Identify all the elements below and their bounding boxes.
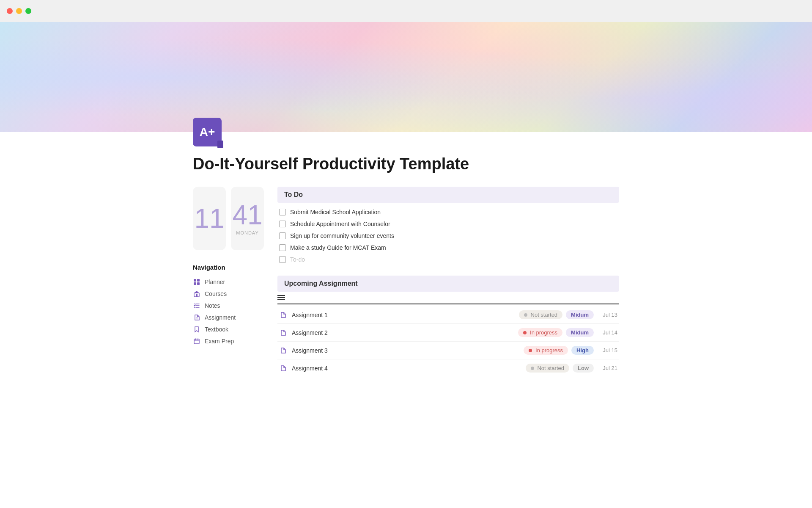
- assignment-file-icon-2: [279, 329, 288, 337]
- close-button[interactable]: [7, 8, 13, 14]
- hamburger-line-1: [277, 295, 285, 296]
- hero-banner: [0, 22, 812, 132]
- todo-text-3: Sign up for community volunteer events: [290, 232, 394, 239]
- assignment-name-4: Assignment 4: [292, 365, 526, 372]
- status-badge-2: In progress: [518, 328, 562, 337]
- page-icon: A+: [193, 118, 222, 146]
- filter-icon[interactable]: [277, 295, 285, 300]
- assignment-row-1[interactable]: Assignment 1 Not started Midum Jul 13: [277, 306, 619, 324]
- sidebar-item-assignment[interactable]: Assignment: [193, 312, 261, 323]
- svg-rect-3: [197, 282, 200, 285]
- priority-badge-4: Low: [573, 364, 594, 373]
- body-layout: 11 41 MONDAY Navigation: [193, 187, 619, 377]
- status-dot-1: [524, 313, 527, 317]
- due-date-1: Jul 13: [597, 312, 617, 318]
- todo-item-1[interactable]: Submit Medical School Application: [277, 206, 619, 218]
- hamburger-line-3: [277, 299, 285, 300]
- svg-rect-1: [197, 279, 200, 282]
- clock-area: 11 41 MONDAY: [193, 187, 264, 250]
- todo-list: Submit Medical School Application Schedu…: [277, 206, 619, 265]
- nav-label-assignment: Assignment: [205, 314, 236, 321]
- status-badge-4: Not started: [526, 364, 569, 373]
- nav-label-courses: Courses: [205, 290, 227, 297]
- grid-icon: [193, 278, 200, 286]
- todo-text-2: Schedule Appointment with Counselor: [290, 221, 390, 227]
- sidebar-item-planner[interactable]: Planner: [193, 276, 261, 288]
- todo-text-5: To-do: [290, 256, 305, 263]
- due-date-4: Jul 21: [597, 365, 617, 371]
- todo-text-1: Submit Medical School Application: [290, 209, 381, 215]
- assignment-file-icon-1: [279, 311, 288, 319]
- todo-text-4: Make a study Guide for MCAT Exam: [290, 244, 386, 251]
- hamburger-line-2: [277, 297, 285, 298]
- nav-label-exam-prep: Exam Prep: [205, 338, 234, 345]
- upcoming-section: Upcoming Assignment: [277, 276, 619, 377]
- maximize-button[interactable]: [25, 8, 31, 14]
- clock-day-label: MONDAY: [236, 230, 258, 235]
- priority-badge-3: High: [571, 346, 594, 355]
- priority-badge-2: Midum: [566, 328, 594, 337]
- todo-section: To Do Submit Medical School Application …: [277, 187, 619, 265]
- sidebar-item-courses[interactable]: Courses: [193, 288, 261, 300]
- table-controls: [277, 292, 619, 304]
- nav-label-planner: Planner: [205, 279, 225, 285]
- clock-minute-widget: 41 MONDAY: [231, 187, 264, 250]
- assignment-badges-3: In progress High Jul 15: [524, 346, 617, 355]
- svg-rect-8: [194, 339, 199, 344]
- svg-rect-2: [194, 282, 196, 285]
- assignment-badges-2: In progress Midum Jul 14: [518, 328, 617, 337]
- navigation: Navigation Planner: [193, 264, 261, 347]
- sidebar-item-exam-prep[interactable]: Exam Prep: [193, 335, 261, 347]
- file-icon: [193, 314, 200, 321]
- clock-minute: 41: [232, 202, 262, 229]
- sidebar-item-notes[interactable]: Notes: [193, 300, 261, 312]
- nav-column: 11 41 MONDAY Navigation: [193, 187, 277, 377]
- title-bar: [0, 0, 812, 22]
- todo-item-3[interactable]: Sign up for community volunteer events: [277, 230, 619, 242]
- status-dot-4: [531, 367, 534, 370]
- assignment-file-icon-4: [279, 364, 288, 373]
- due-date-2: Jul 14: [597, 329, 617, 336]
- list-check-icon: [193, 302, 200, 309]
- todo-item-2[interactable]: Schedule Appointment with Counselor: [277, 218, 619, 230]
- todo-header: To Do: [277, 187, 619, 203]
- page-title: Do-It-Yourself Productivity Template: [193, 155, 619, 173]
- building-icon: [193, 290, 200, 298]
- status-dot-2: [523, 331, 527, 334]
- todo-checkbox-3[interactable]: [279, 232, 286, 239]
- todo-checkbox-1[interactable]: [279, 209, 286, 215]
- assignment-name-2: Assignment 2: [292, 329, 518, 336]
- bookmark-icon: [193, 326, 200, 333]
- nav-title: Navigation: [193, 264, 261, 271]
- assignment-file-icon-3: [279, 346, 288, 355]
- main-column: To Do Submit Medical School Application …: [277, 187, 619, 377]
- sidebar-item-textbook[interactable]: Textbook: [193, 323, 261, 335]
- calendar-icon: [193, 337, 200, 345]
- page-icon-tab: [217, 141, 223, 148]
- assignment-badges-1: Not started Midum Jul 13: [519, 310, 617, 319]
- upcoming-header: Upcoming Assignment: [277, 276, 619, 292]
- todo-checkbox-4[interactable]: [279, 244, 286, 251]
- svg-rect-5: [196, 294, 198, 297]
- assignment-row-2[interactable]: Assignment 2 In progress Midum Jul 14: [277, 324, 619, 342]
- minimize-button[interactable]: [16, 8, 22, 14]
- page-icon-label: A+: [200, 126, 215, 138]
- priority-badge-1: Midum: [566, 310, 594, 319]
- status-badge-1: Not started: [519, 310, 562, 319]
- assignment-row-4[interactable]: Assignment 4 Not started Low Jul 21: [277, 359, 619, 377]
- assignment-name-1: Assignment 1: [292, 312, 519, 318]
- status-dot-3: [529, 349, 532, 352]
- todo-item-4[interactable]: Make a study Guide for MCAT Exam: [277, 242, 619, 254]
- assignment-row-3[interactable]: Assignment 3 In progress High Jul 15: [277, 342, 619, 359]
- status-badge-3: In progress: [524, 346, 568, 355]
- todo-checkbox-5[interactable]: [279, 256, 286, 263]
- page-content: A+ Do-It-Yourself Productivity Template …: [152, 118, 660, 403]
- clock-hour: 11: [194, 205, 224, 232]
- nav-label-textbook: Textbook: [205, 326, 228, 333]
- todo-item-5[interactable]: To-do: [277, 254, 619, 265]
- todo-checkbox-2[interactable]: [279, 221, 286, 227]
- assignment-badges-4: Not started Low Jul 21: [526, 364, 617, 373]
- assignment-name-3: Assignment 3: [292, 347, 524, 354]
- clock-hour-widget: 11: [193, 187, 226, 250]
- due-date-3: Jul 15: [597, 347, 617, 353]
